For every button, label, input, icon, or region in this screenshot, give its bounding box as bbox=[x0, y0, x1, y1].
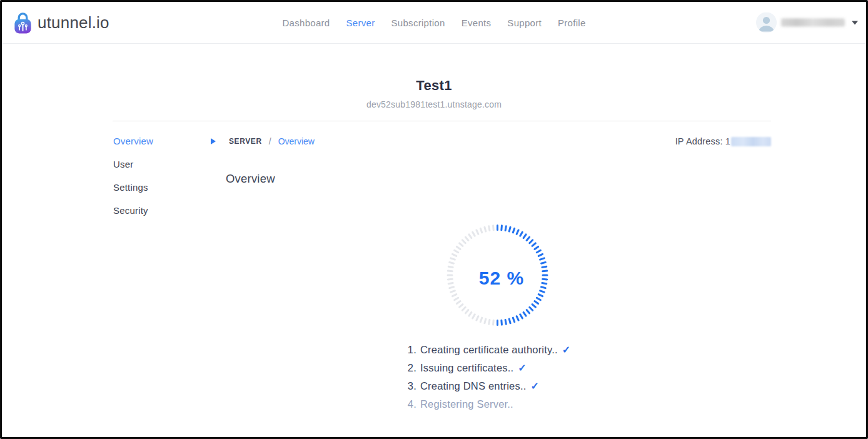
step-label: Creating DNS entries.. bbox=[420, 380, 526, 392]
nav-item-profile[interactable]: Profile bbox=[558, 18, 586, 28]
caret-down-icon[interactable] bbox=[852, 21, 858, 24]
nav-item-server[interactable]: Server bbox=[346, 18, 375, 28]
user-menu[interactable] bbox=[756, 13, 858, 33]
step-number: 2. bbox=[405, 362, 416, 374]
progress-tick bbox=[492, 320, 494, 326]
server-domain: dev52sub1981test1.utnstage.com bbox=[2, 99, 866, 109]
breadcrumb-section: SERVER bbox=[229, 137, 262, 146]
section-heading: Overview bbox=[226, 172, 275, 186]
utunnel-logo[interactable]: utunnel.io bbox=[13, 2, 109, 43]
nav-item-events[interactable]: Events bbox=[462, 18, 492, 28]
provision-step: 2.Issuing certificates..✓ bbox=[405, 359, 570, 377]
sidebar-item-overview[interactable]: Overview bbox=[113, 136, 153, 146]
server-sidebar: OverviewUserSettingsSecurity bbox=[113, 136, 153, 229]
provision-step: 4.Registering Server.. bbox=[405, 395, 570, 413]
breadcrumb: SERVER / Overview bbox=[211, 136, 315, 146]
padlock-gradient-icon bbox=[13, 11, 33, 34]
nav-item-dashboard[interactable]: Dashboard bbox=[282, 18, 330, 28]
content-divider bbox=[113, 121, 771, 121]
sidebar-item-settings[interactable]: Settings bbox=[113, 183, 153, 192]
provision-step: 1.Creating certificate authority..✓ bbox=[405, 341, 570, 359]
logo-text: utunnel.io bbox=[38, 13, 109, 33]
breadcrumb-page-link[interactable]: Overview bbox=[278, 136, 315, 146]
triangle-right-icon bbox=[211, 138, 216, 144]
provision-step: 3.Creating DNS entries..✓ bbox=[405, 377, 570, 395]
user-name-redacted bbox=[781, 19, 845, 27]
progress-tick bbox=[497, 225, 498, 231]
top-navbar: utunnel.io DashboardServerSubscriptionEv… bbox=[2, 2, 866, 44]
nav-item-subscription[interactable]: Subscription bbox=[391, 18, 445, 28]
step-number: 1. bbox=[405, 344, 416, 356]
ip-address-redacted bbox=[731, 137, 771, 146]
progress-percent: 52 % bbox=[442, 220, 552, 330]
breadcrumb-separator: / bbox=[269, 136, 271, 146]
server-title-block: Test1 dev52sub1981test1.utnstage.com bbox=[2, 78, 866, 109]
nav-item-support[interactable]: Support bbox=[507, 18, 542, 28]
progress-tick bbox=[447, 275, 453, 276]
provision-steps-list: 1.Creating certificate authority..✓2.Iss… bbox=[405, 341, 570, 413]
sidebar-item-user[interactable]: User bbox=[113, 159, 153, 169]
progress-tick bbox=[500, 225, 503, 231]
step-label: Creating certificate authority.. bbox=[420, 344, 558, 356]
step-label: Registering Server.. bbox=[420, 398, 513, 410]
progress-tick bbox=[542, 275, 548, 276]
ip-address-label: IP Address: bbox=[675, 136, 723, 146]
progress-tick bbox=[500, 320, 503, 326]
step-number: 3. bbox=[405, 380, 416, 392]
step-number: 4. bbox=[405, 398, 416, 410]
ip-address-row: IP Address: 1 bbox=[675, 136, 771, 146]
sidebar-item-security[interactable]: Security bbox=[113, 206, 153, 215]
check-icon: ✓ bbox=[530, 380, 539, 392]
progress-tick bbox=[497, 320, 498, 326]
check-icon: ✓ bbox=[562, 344, 571, 356]
server-name: Test1 bbox=[2, 78, 866, 94]
ip-address-prefix: 1 bbox=[725, 136, 730, 146]
main-nav: DashboardServerSubscriptionEventsSupport… bbox=[282, 2, 585, 43]
user-avatar-icon[interactable] bbox=[756, 13, 777, 33]
provision-progress-spinner: 52 % bbox=[442, 220, 552, 330]
step-label: Issuing certificates.. bbox=[420, 362, 513, 374]
app-window: utunnel.io DashboardServerSubscriptionEv… bbox=[0, 0, 868, 439]
check-icon: ✓ bbox=[518, 362, 527, 374]
progress-tick bbox=[492, 225, 494, 231]
